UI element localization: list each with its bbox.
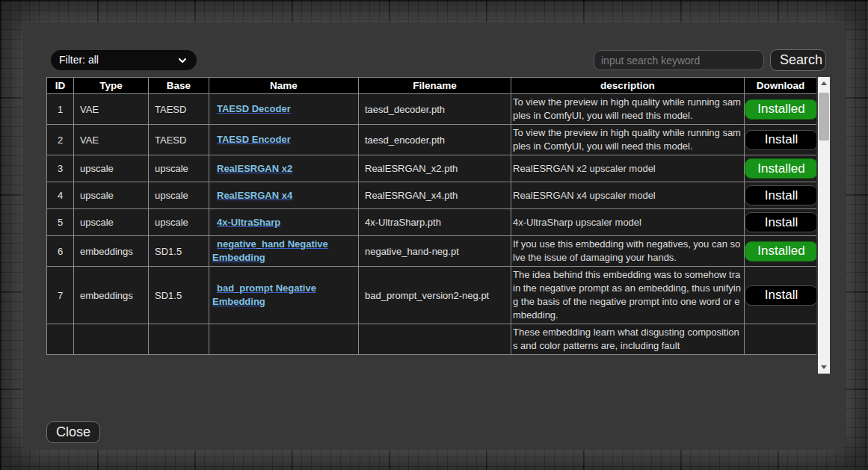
cell-download: Installed [745, 236, 817, 267]
cell-name: RealESRGAN x2 [209, 155, 359, 182]
cell-id: 7 [47, 267, 74, 324]
cell-base: upscale [149, 209, 209, 236]
cell-base: TAESD [149, 125, 209, 155]
cell-description: These embedding learn what disgusting co… [511, 324, 745, 355]
cell-base: upscale [149, 155, 209, 182]
install-button[interactable]: Install [745, 285, 816, 306]
cell-filename: RealESRGAN_x2.pth [359, 155, 511, 182]
cell-base: SD1.5 [149, 236, 209, 267]
column-header-type: Type [74, 78, 149, 94]
cell-description: To view the preview in high quality whil… [511, 125, 745, 155]
cell-name [209, 324, 359, 355]
cell-type [74, 324, 149, 355]
model-name-link[interactable]: TAESD Encoder [217, 134, 291, 145]
table-row: 7embeddingsSD1.5bad_prompt Negative Embe… [47, 267, 817, 324]
cell-description: 4x-UltraSharp upscaler model [511, 209, 745, 236]
cell-base: upscale [149, 182, 209, 209]
model-name-link[interactable]: bad_prompt Negative Embedding [212, 282, 316, 307]
cell-download [745, 324, 817, 355]
cell-description: RealESRGAN x4 upscaler model [511, 182, 745, 209]
cell-type: upscale [74, 209, 149, 236]
column-header-id: ID [47, 78, 74, 94]
model-manager-dialog: Filter: all Search ID Type Base Name Fil… [22, 22, 846, 450]
scroll-down-icon [821, 365, 827, 369]
cell-name: negative_hand Negative Embedding [209, 236, 359, 267]
column-header-name: Name [209, 78, 359, 94]
model-name-link[interactable]: RealESRGAN x4 [217, 190, 292, 201]
cell-id: 5 [47, 209, 74, 236]
cell-type: upscale [74, 182, 149, 209]
model-name-link[interactable]: RealESRGAN x2 [217, 163, 292, 174]
cell-description: The idea behind this embedding was to so… [511, 267, 745, 324]
column-header-base: Base [149, 78, 209, 94]
cell-id: 2 [47, 125, 74, 155]
filter-dropdown-value: Filter: all [59, 51, 99, 69]
cell-filename: taesd_encoder.pth [359, 125, 511, 155]
installed-button[interactable]: Installed [745, 158, 816, 179]
cell-filename: RealESRGAN_x4.pth [359, 182, 511, 209]
scrollbar-thumb[interactable] [819, 93, 829, 140]
model-table: ID Type Base Name Filename description D… [46, 77, 816, 355]
install-button[interactable]: Install [745, 185, 816, 205]
cell-download: Installed [745, 94, 817, 125]
cell-type: upscale [74, 155, 149, 182]
cell-id [47, 324, 74, 355]
table-row: 6embeddingsSD1.5negative_hand Negative E… [47, 236, 817, 267]
cell-base: SD1.5 [149, 267, 209, 324]
search-input[interactable] [594, 50, 764, 70]
table-row: 1VAETAESDTAESD Decodertaesd_decoder.pthT… [47, 94, 817, 125]
model-name-link[interactable]: negative_hand Negative Embedding [212, 238, 328, 263]
cell-download: Install [745, 267, 817, 324]
cell-type: VAE [74, 125, 149, 155]
table-scrollbar[interactable] [818, 77, 830, 374]
filter-dropdown[interactable]: Filter: all [51, 50, 197, 70]
column-header-description: description [511, 78, 745, 94]
table-header-row: ID Type Base Name Filename description D… [47, 78, 817, 94]
cell-filename: bad_prompt_version2-neg.pt [359, 267, 511, 324]
cell-name: bad_prompt Negative Embedding [209, 267, 359, 324]
install-button[interactable]: Install [745, 130, 816, 150]
cell-filename: negative_hand-neg.pt [359, 236, 511, 267]
cell-download: Install [745, 209, 817, 236]
cell-name: TAESD Decoder [209, 94, 359, 125]
cell-id: 4 [47, 182, 74, 209]
cell-base: TAESD [149, 94, 209, 125]
table-row: 3upscaleupscaleRealESRGAN x2RealESRGAN_x… [47, 155, 817, 182]
cell-filename: 4x-UltraSharp.pth [359, 209, 511, 236]
close-button[interactable]: Close [46, 421, 100, 443]
model-name-link[interactable]: 4x-UltraSharp [217, 217, 280, 228]
install-button[interactable]: Install [745, 212, 816, 232]
cell-download: Install [745, 125, 817, 155]
column-header-filename: Filename [359, 78, 511, 94]
cell-id: 3 [47, 155, 74, 182]
cell-description: If you use this embedding with negatives… [511, 236, 745, 267]
model-table-container: ID Type Base Name Filename description D… [46, 77, 816, 374]
cell-name: 4x-UltraSharp [209, 209, 359, 236]
chevron-down-icon [178, 56, 187, 65]
cell-base [149, 324, 209, 355]
table-row: These embedding learn what disgusting co… [47, 324, 817, 355]
table-row: 4upscaleupscaleRealESRGAN x4RealESRGAN_x… [47, 182, 817, 209]
cell-download: Installed [745, 155, 817, 182]
cell-description: RealESRGAN x2 upscaler model [511, 155, 745, 182]
cell-type: embeddings [74, 236, 149, 267]
scroll-up-icon [821, 81, 827, 85]
installed-button[interactable]: Installed [745, 241, 816, 262]
table-row: 2VAETAESDTAESD Encodertaesd_encoder.pthT… [47, 125, 817, 155]
cell-filename: taesd_decoder.pth [359, 94, 511, 125]
model-name-link[interactable]: TAESD Decoder [217, 103, 291, 114]
cell-filename [359, 324, 511, 355]
cell-name: RealESRGAN x4 [209, 182, 359, 209]
scrollbar-up-button[interactable] [818, 77, 830, 90]
table-row: 5upscaleupscale4x-UltraSharp4x-UltraShar… [47, 209, 817, 236]
installed-button[interactable]: Installed [745, 99, 816, 120]
search-button[interactable]: Search [770, 49, 826, 71]
cell-type: embeddings [74, 267, 149, 324]
scrollbar-down-button[interactable] [818, 361, 830, 374]
cell-type: VAE [74, 94, 149, 125]
cell-id: 6 [47, 236, 74, 267]
cell-description: To view the preview in high quality whil… [511, 94, 745, 125]
column-header-download: Download [745, 78, 817, 94]
cell-download: Install [745, 182, 817, 209]
cell-id: 1 [47, 94, 74, 125]
